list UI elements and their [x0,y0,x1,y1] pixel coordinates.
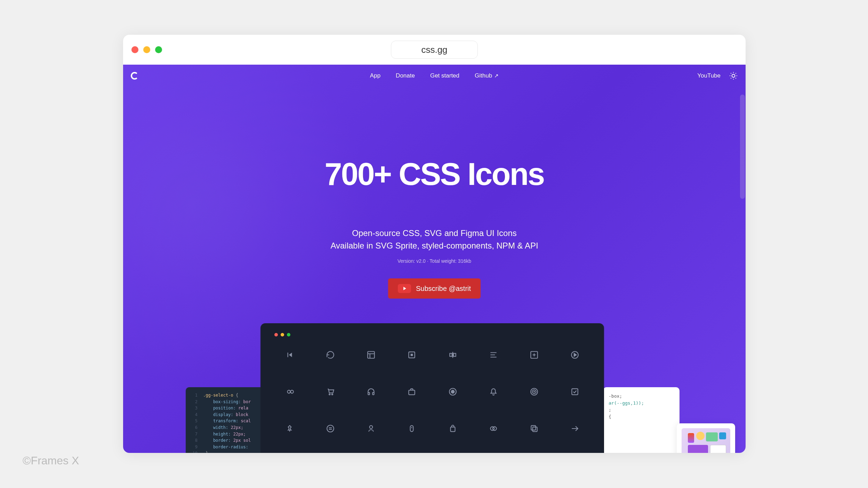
minimize-window-icon[interactable] [143,46,150,53]
chanel-icon[interactable] [489,424,498,433]
hero-title: 700+ CSS Icons [123,156,746,192]
nav-link-youtube[interactable]: YouTube [697,72,721,79]
site-content: App Donate Get started Github ↗ YouTube … [123,65,746,453]
svg-rect-5 [453,353,456,357]
check-box-icon[interactable] [570,387,579,396]
mouse-icon[interactable] [407,424,416,433]
hero-meta: Version: v2.0 · Total weight: 316kb [123,258,746,264]
svg-rect-26 [533,427,537,432]
add-box-icon[interactable] [530,350,539,359]
svg-rect-22 [450,427,455,432]
layout-icon[interactable] [367,350,376,359]
stop-icon[interactable] [407,350,416,359]
svg-rect-18 [572,389,578,395]
pin-icon[interactable] [285,424,294,433]
svg-point-0 [732,74,735,78]
code-line: ; [609,406,674,413]
undo-icon[interactable] [326,350,335,359]
target-icon[interactable] [530,387,539,396]
figma-card[interactable]: Redesign the way [677,423,735,453]
svg-rect-4 [450,353,452,357]
briefcase-icon[interactable] [407,387,416,396]
arrow-right-icon[interactable] [570,424,579,433]
svg-point-20 [370,425,373,429]
svg-rect-1 [368,351,375,358]
close-window-icon[interactable] [131,46,138,53]
svg-point-8 [329,394,330,395]
nav-link-donate[interactable]: Donate [396,72,415,79]
hero-subtitle: Open-source CSS, SVG and Figma UI Icons … [123,227,746,252]
code-line: ar(--ggs,1)); [609,400,674,407]
browser-window: css.gg App Donate Get started Github ↗ Y… [123,35,746,453]
url-bar[interactable]: css.gg [391,41,478,59]
watermark: ©Frames X [23,454,79,467]
youtube-icon [398,284,411,293]
svg-rect-21 [410,425,413,431]
dot-yellow-icon [281,333,284,336]
align-center-icon[interactable] [448,350,457,359]
user-icon[interactable] [367,424,376,433]
nav-link-get-started[interactable]: Get started [430,72,459,79]
code-line: -box; [609,393,674,400]
svg-rect-25 [531,425,536,430]
svg-point-17 [534,391,535,392]
bell-icon[interactable] [489,387,498,396]
icon-grid [274,350,590,433]
play-next-icon[interactable] [570,350,579,359]
code-line: { [609,413,674,420]
subscribe-label: Subscribe @astrit [416,285,471,293]
hero-sub-line-1: Open-source CSS, SVG and Figma UI Icons [123,227,746,239]
bag-icon[interactable] [448,424,457,433]
code-panel-right: -box;ar(--ggs,1));;{ [603,387,680,453]
infinity-icon[interactable] [285,387,294,396]
icon-showcase-panel [260,323,604,453]
cart-icon[interactable] [326,387,335,396]
nav-link-label: Github [475,72,492,79]
list-icon[interactable] [489,350,498,359]
nav-right: YouTube [697,71,738,80]
logo-icon[interactable] [131,72,138,80]
theme-toggle-icon[interactable] [729,71,738,80]
play-back-icon[interactable] [285,350,294,359]
panel-traffic-lights [274,333,590,336]
svg-rect-3 [411,354,412,356]
svg-point-14 [451,390,454,393]
nav-center: App Donate Get started Github ↗ [370,72,499,79]
svg-rect-12 [409,390,415,395]
external-link-icon: ↗ [494,73,499,79]
titlebar: css.gg [123,35,746,65]
nav-link-github[interactable]: Github ↗ [475,72,499,79]
figma-thumbnail [682,428,730,453]
svg-rect-10 [368,392,369,395]
top-nav: App Donate Get started Github ↗ YouTube [123,65,746,87]
maximize-window-icon[interactable] [155,46,162,53]
record-icon[interactable] [448,387,457,396]
subscribe-button[interactable]: Subscribe @astrit [388,278,481,299]
dot-red-icon [274,333,278,336]
svg-point-9 [332,394,333,395]
svg-point-19 [327,425,334,432]
menu-icon[interactable] [326,424,335,433]
traffic-lights [131,46,162,53]
hero: 700+ CSS Icons Open-source CSS, SVG and … [123,87,746,299]
nav-link-app[interactable]: App [370,72,380,79]
headphones-icon[interactable] [367,387,376,396]
dot-green-icon [287,333,290,336]
duplicate-icon[interactable] [530,424,539,433]
hero-sub-line-2: Available in SVG Sprite, styled-componen… [123,239,746,252]
svg-rect-11 [372,392,374,395]
